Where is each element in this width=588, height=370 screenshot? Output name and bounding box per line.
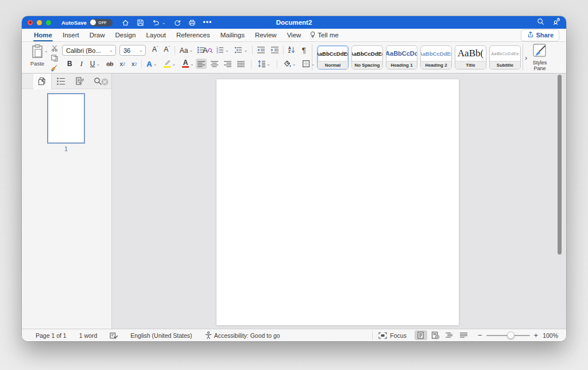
- zoom-out-button[interactable]: −: [478, 331, 482, 340]
- font-name-chevron-icon: ⌄: [109, 48, 113, 53]
- language-status[interactable]: English (United States): [130, 332, 192, 339]
- word-window: AutoSave OFF ⌄ ••• Document2 Home Insert…: [22, 16, 566, 341]
- word-count-status[interactable]: 1 word: [79, 332, 98, 339]
- tab-home[interactable]: Home: [29, 30, 57, 40]
- focus-mode-button[interactable]: Focus: [378, 332, 407, 339]
- tab-review[interactable]: Review: [250, 30, 282, 40]
- style-subtitle-label: Subtitle: [490, 61, 520, 69]
- align-right-button[interactable]: [222, 59, 233, 69]
- undo-menu-chevron-icon[interactable]: ⌄: [162, 20, 166, 25]
- style-normal[interactable]: AaBbCcDdEe Normal: [317, 45, 349, 70]
- vertical-scrollbar[interactable]: [558, 75, 562, 255]
- styles-pane-button[interactable]: StylesPane: [525, 44, 555, 71]
- page-thumbnail[interactable]: [47, 93, 85, 144]
- grow-font-button[interactable]: Aˆ: [150, 45, 160, 56]
- zoom-slider[interactable]: [486, 335, 530, 336]
- line-spacing-button[interactable]: ⌄: [256, 59, 272, 69]
- close-icon: [101, 78, 109, 86]
- document-page[interactable]: [216, 79, 459, 325]
- show-paragraph-marks-button[interactable]: ¶: [300, 45, 308, 55]
- shrink-font-button[interactable]: Aˇ: [162, 45, 171, 56]
- share-button[interactable]: Share: [521, 29, 559, 41]
- search-icon[interactable]: [537, 17, 544, 28]
- ribbon-tab-bar: Home Insert Draw Design Layout Reference…: [22, 29, 566, 42]
- cut-icon[interactable]: [51, 45, 58, 53]
- style-subtitle[interactable]: AaBbCcDdEe Subtitle: [489, 45, 521, 70]
- align-left-button[interactable]: [196, 59, 207, 69]
- print-icon[interactable]: [188, 19, 196, 26]
- tab-references[interactable]: References: [171, 30, 215, 40]
- align-center-button[interactable]: [209, 59, 220, 69]
- web-layout-view-button[interactable]: [429, 330, 442, 340]
- font-color-button[interactable]: A ⌄: [180, 59, 196, 69]
- change-case-chevron-icon: ⌄: [189, 48, 193, 53]
- style-no-spacing[interactable]: AaBbCcDdEe No Spacing: [351, 45, 383, 70]
- paste-menu-chevron-icon[interactable]: ⌄: [44, 48, 48, 53]
- zoom-slider-handle[interactable]: [507, 332, 514, 339]
- profile-icon[interactable]: [552, 17, 560, 28]
- font-size-select[interactable]: 36⌄: [119, 45, 146, 56]
- sort-button[interactable]: AZ: [287, 45, 297, 55]
- highlight-button[interactable]: ⌄: [161, 59, 177, 69]
- multilevel-list-button[interactable]: ⌄: [233, 45, 249, 55]
- underline-button[interactable]: U⌄: [88, 59, 102, 69]
- tab-draw[interactable]: Draw: [84, 30, 110, 40]
- page-count-status[interactable]: Page 1 of 1: [36, 332, 67, 339]
- shading-button[interactable]: ⌄: [282, 59, 298, 69]
- style-title[interactable]: AaBb( Title: [455, 45, 486, 70]
- navigation-sidebar: 1: [22, 74, 112, 329]
- copy-icon[interactable]: [51, 55, 58, 63]
- tab-view[interactable]: View: [282, 30, 307, 40]
- sidebar-tab-headings[interactable]: [52, 74, 70, 89]
- more-commands-icon[interactable]: •••: [203, 20, 212, 25]
- format-painter-icon[interactable]: [51, 64, 58, 73]
- bold-button[interactable]: B: [65, 59, 74, 69]
- numbering-button[interactable]: 1.2.3.⌄: [215, 45, 231, 55]
- tab-layout[interactable]: Layout: [141, 30, 171, 40]
- autosave-control[interactable]: AutoSave OFF: [61, 19, 113, 26]
- sidebar-tab-reviewing[interactable]: [70, 74, 88, 89]
- home-icon[interactable]: [122, 19, 129, 26]
- tell-me-button[interactable]: Tell me: [306, 29, 342, 41]
- save-icon[interactable]: [137, 19, 144, 26]
- italic-button[interactable]: I: [79, 59, 84, 69]
- paste-button[interactable]: ⌄ Paste: [28, 44, 47, 67]
- tab-design[interactable]: Design: [110, 30, 141, 40]
- accessibility-status[interactable]: Accessibility: Good to go: [205, 332, 280, 339]
- increase-indent-button[interactable]: [269, 45, 280, 55]
- minimize-window-button[interactable]: [37, 20, 42, 25]
- style-heading-2[interactable]: AaBbCcDdEe Heading 2: [420, 45, 452, 70]
- autosave-toggle[interactable]: OFF: [90, 19, 113, 26]
- spellcheck-status[interactable]: [110, 332, 118, 339]
- font-name-select[interactable]: Calibri (Bo...⌄: [62, 45, 116, 56]
- strikethrough-button[interactable]: ab: [105, 59, 115, 69]
- redo-icon[interactable]: [173, 19, 181, 26]
- close-window-button[interactable]: [28, 20, 33, 25]
- change-case-button[interactable]: Aa⌄: [178, 45, 195, 56]
- decrease-indent-button[interactable]: [256, 45, 266, 55]
- zoom-level[interactable]: 100%: [543, 332, 558, 339]
- grow-font-label: A: [152, 45, 157, 53]
- subscript-button[interactable]: x2: [118, 59, 126, 69]
- undo-icon[interactable]: [152, 19, 160, 26]
- tab-insert[interactable]: Insert: [57, 30, 84, 40]
- outline-view-button[interactable]: [443, 330, 456, 340]
- superscript-button[interactable]: x2: [130, 59, 138, 69]
- borders-button[interactable]: ⌄: [301, 59, 316, 69]
- style-heading-1-label: Heading 1: [386, 61, 417, 69]
- superscript-mark: 2: [134, 62, 137, 66]
- draft-view-button[interactable]: [458, 330, 470, 340]
- sidebar-close-button[interactable]: [101, 78, 109, 88]
- tab-mailings[interactable]: Mailings: [215, 30, 250, 40]
- font-size-value: 36: [123, 47, 138, 54]
- change-case-label: Aa: [180, 47, 188, 55]
- style-heading-1[interactable]: AaBbCcDc Heading 1: [386, 45, 417, 70]
- text-effects-button[interactable]: A⌄: [145, 59, 158, 69]
- print-layout-view-button[interactable]: [415, 330, 427, 340]
- clipboard-group: ⌄ Paste: [25, 42, 61, 74]
- sidebar-tab-thumbnails[interactable]: [33, 74, 52, 89]
- zoom-window-button[interactable]: [46, 20, 51, 25]
- justify-button[interactable]: [235, 59, 246, 69]
- zoom-in-button[interactable]: +: [534, 331, 539, 340]
- bullets-button[interactable]: ⌄: [196, 45, 212, 55]
